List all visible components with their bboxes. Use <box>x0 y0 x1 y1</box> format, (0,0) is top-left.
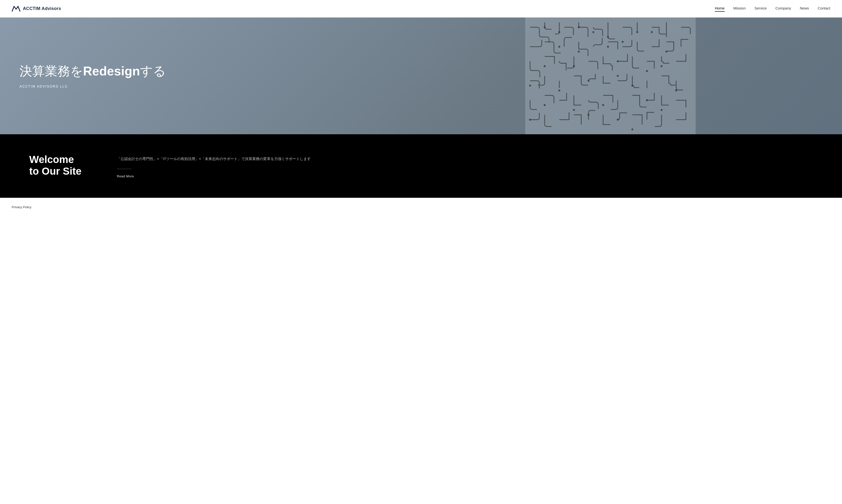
svg-point-28 <box>660 109 663 111</box>
logo[interactable]: ACCTIM Advisors <box>12 4 61 13</box>
svg-point-17 <box>660 65 663 67</box>
svg-point-5 <box>607 36 609 38</box>
svg-point-10 <box>607 46 609 48</box>
welcome-content-block: 「公認会計士の専門性」×「ITツールの有効活用」×「未来志向のサポート」で決算業… <box>117 154 813 178</box>
svg-point-7 <box>651 31 653 33</box>
svg-point-11 <box>622 41 623 43</box>
svg-point-26 <box>602 104 604 106</box>
read-more-link[interactable]: Read More <box>117 175 134 178</box>
nav-news[interactable]: News <box>800 6 809 11</box>
svg-point-2 <box>558 31 560 33</box>
nav-company[interactable]: Company <box>775 6 791 11</box>
welcome-section: Welcome to Our Site 「公認会計士の専門性」×「ITツールの有… <box>0 134 842 198</box>
svg-point-16 <box>646 70 648 72</box>
svg-point-29 <box>529 119 531 121</box>
svg-point-25 <box>573 109 575 111</box>
svg-point-20 <box>587 80 589 82</box>
welcome-title: Welcome to Our Site <box>29 154 98 177</box>
hero-section: 決算業務をRedesignする ACCTIM ADVISORS LLC <box>0 18 842 134</box>
welcome-title-block: Welcome to Our Site <box>29 154 98 177</box>
hero-pattern <box>379 18 842 134</box>
svg-point-32 <box>631 128 633 130</box>
svg-point-1 <box>544 26 546 28</box>
svg-point-30 <box>587 114 589 116</box>
svg-rect-0 <box>525 18 695 134</box>
svg-point-22 <box>631 85 633 87</box>
svg-point-18 <box>529 85 531 87</box>
svg-point-3 <box>578 26 580 28</box>
welcome-description: 「公認会計士の専門性」×「ITツールの有効活用」×「未来志向のサポート」で決算業… <box>117 156 813 162</box>
site-header: ACCTIM Advisors Home Mission Service Com… <box>0 0 842 18</box>
hero-subtitle: ACCTIM ADVISORS LLC <box>19 85 200 88</box>
svg-point-8 <box>558 46 560 48</box>
svg-point-14 <box>573 65 575 67</box>
svg-point-23 <box>675 90 677 91</box>
svg-point-9 <box>578 51 580 53</box>
svg-point-24 <box>544 104 546 106</box>
svg-point-13 <box>544 65 546 67</box>
nav-service[interactable]: Service <box>755 6 767 11</box>
section-divider <box>117 169 132 169</box>
hero-content: 決算業務をRedesignする ACCTIM ADVISORS LLC <box>0 18 219 134</box>
svg-point-15 <box>617 60 619 62</box>
svg-point-6 <box>636 31 638 33</box>
svg-point-31 <box>617 119 619 121</box>
svg-point-19 <box>558 90 560 91</box>
svg-point-21 <box>617 75 619 77</box>
nav-contact[interactable]: Contact <box>818 6 830 11</box>
logo-text: ACCTIM Advisors <box>23 6 61 11</box>
logo-icon <box>12 4 20 13</box>
svg-point-27 <box>646 99 648 101</box>
privacy-policy-link[interactable]: Privacy Policy <box>12 205 31 209</box>
nav-mission[interactable]: Mission <box>734 6 746 11</box>
svg-point-12 <box>666 51 667 53</box>
svg-point-4 <box>592 31 595 33</box>
main-nav: Home Mission Service Company News Contac… <box>715 6 830 11</box>
nav-home[interactable]: Home <box>715 6 725 11</box>
hero-title: 決算業務をRedesignする <box>19 64 200 78</box>
site-footer: Privacy Policy <box>0 198 842 216</box>
